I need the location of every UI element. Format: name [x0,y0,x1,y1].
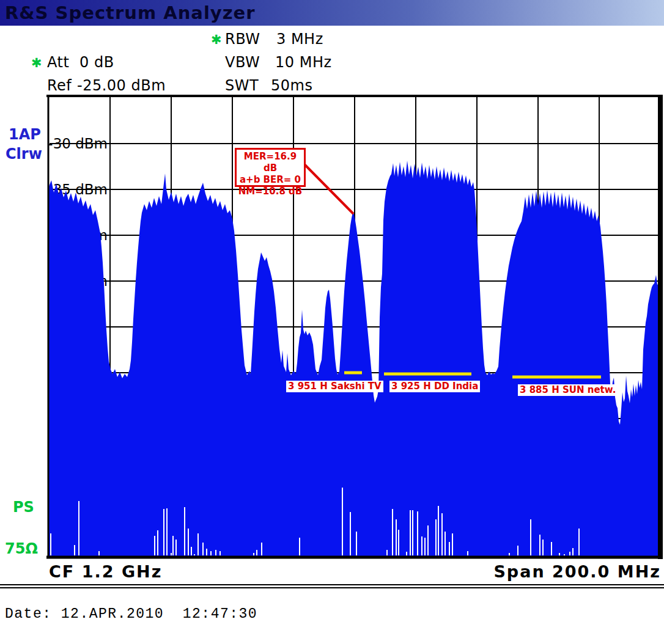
spectrum-plot: -30 dBm-35 dBm-40 dBm-45 dBm [0,0,664,644]
y-axis-tick-label: -30 dBm [48,136,108,152]
spectrum-trace [49,161,661,557]
spectrum-analyzer-screen: R&S Spectrum Analyzer ✱ RBW 3 MHz ✱ Att … [0,0,664,644]
